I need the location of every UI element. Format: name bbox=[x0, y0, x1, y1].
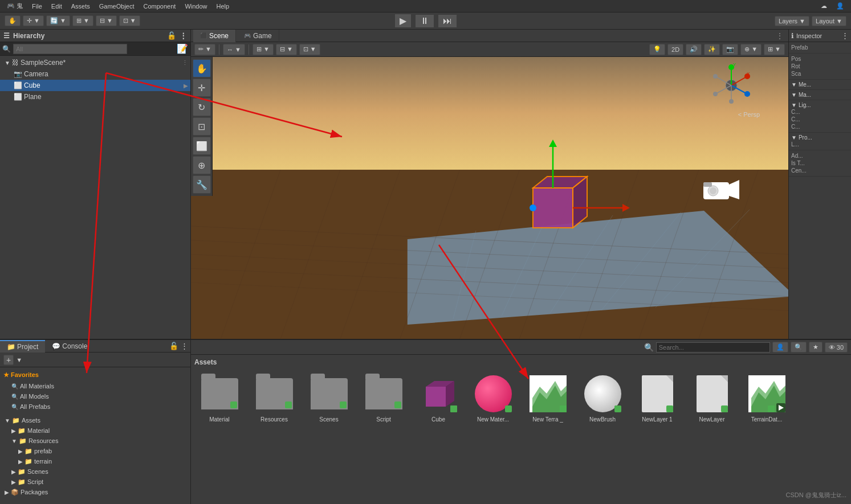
scene-2d-btn[interactable]: 2D bbox=[667, 44, 683, 55]
hierarchy-item-camera[interactable]: 📷 Camera bbox=[0, 68, 190, 80]
asset-material-label: Material bbox=[209, 416, 230, 423]
scale-tool-btn[interactable]: ⊡ ▼ bbox=[119, 15, 140, 26]
scene-cam-btn[interactable]: 📷 bbox=[722, 44, 738, 55]
rotate-tool-btn[interactable]: 🔄 ▼ bbox=[46, 15, 70, 26]
asset-scenes[interactable]: Scenes bbox=[304, 371, 354, 425]
asset-newlayer1[interactable]: NewLayer 1 bbox=[632, 371, 682, 425]
fav-all-materials[interactable]: 🔍 All Materials bbox=[10, 381, 187, 391]
menu-component[interactable]: Component bbox=[141, 3, 178, 10]
menu-file[interactable]: File bbox=[30, 3, 44, 10]
scene-more-btn[interactable]: ⊡ ▼ bbox=[299, 44, 320, 55]
scene-extra-btn[interactable]: ⊞ ▼ bbox=[764, 44, 785, 55]
tree-material[interactable]: ▶ 📁 Material bbox=[10, 425, 187, 436]
ground-background bbox=[191, 170, 788, 339]
asset-terraindat[interactable]: TerrainDat... bbox=[742, 371, 792, 425]
tool-panel: ✋ ✛ ↻ ⊡ ⬜ ⊕ 🔧 bbox=[191, 57, 213, 196]
scale-tool[interactable]: ⊡ bbox=[193, 117, 211, 136]
scene-light-btn[interactable]: 💡 bbox=[649, 44, 665, 55]
inspector-light-section[interactable]: ▼ Lig... C... C... C... bbox=[789, 100, 851, 133]
scene-draw-btn[interactable]: ✏ ▼ bbox=[194, 44, 215, 55]
assets-star-btn[interactable]: ★ bbox=[809, 342, 823, 353]
tab-scene[interactable]: ⬛ Scene bbox=[193, 30, 236, 42]
transform-tool-btn[interactable]: ⊞ ▼ bbox=[72, 15, 93, 26]
add-asset-btn[interactable]: + bbox=[3, 355, 14, 365]
bottom-menu-icon[interactable]: ⋮ bbox=[181, 342, 188, 350]
hierarchy-menu-icon[interactable]: ⋮ bbox=[180, 31, 187, 40]
hierarchy-context-icon[interactable]: ⋮ bbox=[182, 59, 188, 67]
cloud-btn[interactable]: ☁ bbox=[819, 2, 829, 10]
custom-tool[interactable]: 🔧 bbox=[193, 175, 211, 194]
search-sm-icon2: 🔍 bbox=[11, 394, 18, 400]
toolbar-center: ▶ ⏸ ⏭ bbox=[395, 14, 457, 27]
asset-newlayer[interactable]: NewLayer bbox=[687, 371, 737, 425]
rect-tool[interactable]: ⬜ bbox=[193, 137, 211, 155]
inspector-mesh-section[interactable]: ▼ Me... bbox=[789, 80, 851, 90]
tab-game[interactable]: 🎮 Game bbox=[237, 30, 279, 42]
menu-window[interactable]: Window bbox=[182, 3, 209, 10]
bottom-lock-icon[interactable]: 🔓 bbox=[169, 342, 178, 350]
inspector-menu-icon[interactable]: ⋮ bbox=[841, 31, 849, 40]
layers-btn[interactable]: Layers ▼ bbox=[775, 16, 809, 26]
rect-tool-btn[interactable]: ⊟ ▼ bbox=[96, 15, 117, 26]
hierarchy-item-samplescene[interactable]: ▼ ⛓ SampleScene* ⋮ bbox=[0, 57, 190, 68]
layout-btn[interactable]: Layout ▼ bbox=[812, 16, 846, 26]
hand-tool[interactable]: ✋ bbox=[193, 59, 211, 77]
menu-assets[interactable]: Assets bbox=[69, 3, 92, 10]
hierarchy-lock-icon[interactable]: 🔓 bbox=[167, 31, 176, 40]
mesh-label: Me... bbox=[799, 81, 811, 88]
menu-gameobject[interactable]: GameObject bbox=[97, 3, 137, 10]
move-tool[interactable]: ✛ bbox=[193, 79, 211, 97]
scene-fx-btn[interactable]: ✨ bbox=[704, 44, 720, 55]
scene-snap-btn[interactable]: ⊟ ▼ bbox=[276, 44, 297, 55]
scene-menu-icon[interactable]: ⋮ bbox=[776, 31, 784, 40]
inspector-material-section[interactable]: ▼ Ma... bbox=[789, 90, 851, 100]
assets-filter2-btn[interactable]: 🔍 bbox=[791, 342, 807, 353]
asset-cube[interactable]: Cube bbox=[413, 371, 463, 425]
assets-eye-btn[interactable]: 👁 30 bbox=[825, 342, 848, 353]
play-button[interactable]: ▶ bbox=[395, 14, 411, 27]
scene-grid-btn[interactable]: ⊞ ▼ bbox=[253, 44, 274, 55]
scene-gizmo[interactable]: Y X bbox=[709, 63, 754, 108]
rotate-tool[interactable]: ↻ bbox=[193, 98, 211, 116]
asset-new-terrain[interactable]: New Terra _ bbox=[523, 371, 573, 425]
asset-scenes-label: Scenes bbox=[319, 416, 338, 423]
assets-tree-root[interactable]: ▼ 📁 Assets bbox=[3, 415, 187, 425]
asset-newbrush[interactable]: NewBrush bbox=[577, 371, 628, 425]
step-button[interactable]: ⏭ bbox=[438, 15, 457, 27]
tree-packages[interactable]: ▶ 📦 Packages bbox=[3, 487, 187, 497]
menu-unity-icon[interactable]: 🎮 鬼 bbox=[5, 2, 25, 10]
asset-material[interactable]: Material bbox=[194, 371, 245, 425]
tab-project[interactable]: 📁 Project bbox=[0, 340, 45, 353]
scene-gizmo-btn[interactable]: ⊕ ▼ bbox=[740, 44, 762, 55]
tree-resources[interactable]: ▼ 📁 Resources bbox=[10, 436, 187, 446]
hierarchy-new-icon[interactable]: 📝 bbox=[177, 43, 188, 54]
tree-terrain[interactable]: ▶ 📁 terrain bbox=[17, 456, 187, 466]
asset-new-material[interactable]: New Mater... bbox=[468, 371, 518, 425]
move-tool-btn[interactable]: ✛ ▼ bbox=[23, 15, 44, 26]
hand-tool-btn[interactable]: ✋ bbox=[5, 15, 21, 26]
scene-audio-btn[interactable]: 🔊 bbox=[686, 44, 702, 55]
asset-script[interactable]: Script bbox=[359, 371, 409, 425]
fav-all-prefabs[interactable]: 🔍 All Prefabs bbox=[10, 401, 187, 412]
scene-move-btn[interactable]: ↔ ▼ bbox=[223, 44, 245, 55]
scene-viewport[interactable]: Y X < Persp bbox=[191, 57, 788, 339]
transform-all-tool[interactable]: ⊕ bbox=[193, 156, 211, 174]
hierarchy-item-cube[interactable]: ⬜ Cube ▶ bbox=[0, 80, 190, 91]
tree-scenes[interactable]: ▶ 📁 Scenes bbox=[10, 466, 187, 477]
assets-search-input[interactable] bbox=[656, 342, 770, 353]
pause-button[interactable]: ⏸ bbox=[416, 15, 434, 27]
tree-script[interactable]: ▶ 📁 Script bbox=[10, 477, 187, 487]
menu-edit[interactable]: Edit bbox=[49, 3, 64, 10]
asset-resources[interactable]: Resources bbox=[249, 371, 299, 425]
tree-prefab[interactable]: ▶ 📁 prefab bbox=[17, 446, 187, 456]
tab-console[interactable]: 💬 Console bbox=[45, 340, 94, 353]
menu-help[interactable]: Help bbox=[214, 3, 232, 10]
fav-all-models[interactable]: 🔍 All Models bbox=[10, 391, 187, 401]
hierarchy-search-input[interactable] bbox=[13, 44, 127, 54]
game-tab-icon: 🎮 bbox=[244, 32, 251, 39]
newlayer1-badge bbox=[666, 405, 673, 412]
assets-filter-btn[interactable]: 👤 bbox=[772, 342, 788, 353]
search-sm-icon3: 🔍 bbox=[11, 404, 18, 410]
hierarchy-item-plane[interactable]: ⬜ Plane bbox=[0, 91, 190, 103]
account-btn[interactable]: 👤 bbox=[834, 2, 846, 10]
